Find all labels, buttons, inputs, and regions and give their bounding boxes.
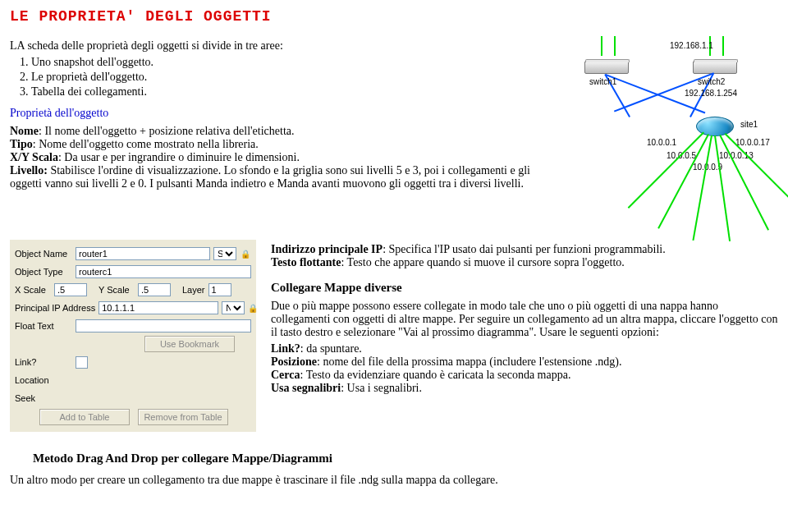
prop-text: : Il nome dell'oggetto + posizione relat… <box>39 125 295 137</box>
form-label: Link? <box>15 357 72 367</box>
switch-label: switch2 <box>698 77 725 86</box>
section-heading: Collegare Mappe diverse <box>271 281 778 295</box>
network-diagram: 192.168.1.1 switch1 switch2 192.168.1.25… <box>565 36 778 225</box>
ip-label: 10.0.0.1 <box>647 138 676 147</box>
prop-text: : Nome dell'oggetto come mostrato nella … <box>33 138 259 150</box>
use-bookmark-button[interactable]: Use Bookmark <box>144 336 235 352</box>
form-label: Object Name <box>15 249 72 259</box>
prop-label: Cerca <box>271 369 300 381</box>
object-name-input[interactable] <box>76 247 210 260</box>
options-block: Link?: da spuntare. Posizione: nome del … <box>271 342 778 395</box>
prop-text: : Testo che appare quando si muove il cu… <box>341 256 624 268</box>
prop-text: Stabilisce l'ordine di visualizzazione. … <box>10 164 530 190</box>
form-label: Layer <box>182 285 205 295</box>
switch-label: switch1 <box>589 77 616 86</box>
add-to-table-button[interactable]: Add to Table <box>39 409 130 425</box>
paragraph: Due o più mappe possono essere collegate… <box>271 300 778 339</box>
prop-label: Indirizzo principale IP <box>271 243 383 255</box>
ip-label: 192.168.1.1 <box>670 41 713 50</box>
ip-label: 192.168.1.254 <box>685 89 737 98</box>
form-label: Y Scale <box>98 285 135 295</box>
ip-label: 10.0.0.17 <box>735 138 770 147</box>
xscale-input[interactable] <box>54 283 87 296</box>
list-item: Tabella dei collegamenti. <box>31 85 557 99</box>
form-label: Seek <box>15 393 72 403</box>
prop-text: : Da usar e per ingrandire o diminuire l… <box>58 151 300 163</box>
prop-text: : nome del file della prossima mappa (in… <box>317 355 621 368</box>
prop-label: Posizione <box>271 355 317 368</box>
yscale-input[interactable] <box>138 283 171 296</box>
prop-text: : Testo da evidenziare quando è caricata… <box>300 369 571 381</box>
lock-icon: 🔒 <box>248 302 258 314</box>
form-label: Principal IP Address <box>15 303 95 313</box>
prop-label: Link? <box>271 342 300 355</box>
prop-text: : Specifica l'IP usato dai pulsanti per … <box>383 243 666 255</box>
form-label: Float Text <box>15 321 72 331</box>
prop-text: : Usa i segnalibri. <box>341 382 422 394</box>
object-type-input[interactable] <box>76 265 251 278</box>
switch-icon <box>693 61 737 74</box>
prop-label: X/Y Scala <box>10 151 58 163</box>
section-heading: Metodo Drag And Drop per collegare Mappe… <box>33 452 778 466</box>
prop-label: Tipo <box>10 138 33 150</box>
form-label: Location <box>15 375 72 385</box>
name-align-select[interactable]: S <box>213 247 236 260</box>
ip-align-select[interactable]: N <box>222 301 245 314</box>
link-checkbox[interactable] <box>76 356 88 369</box>
float-text-input[interactable] <box>76 319 251 332</box>
area-list: Uno snapshot dell'oggetto. Le proprietà … <box>10 56 557 99</box>
site-label: site1 <box>740 120 758 129</box>
prop-label: Nome <box>10 125 39 137</box>
intro-text: LA scheda delle proprietà degli oggetti … <box>10 39 557 53</box>
list-item: Le proprietà dell'oggetto. <box>31 71 557 84</box>
right-column-text: Indirizzo principale IP: Specifica l'IP … <box>271 240 778 432</box>
form-label: Object Type <box>15 267 72 277</box>
object-properties-form: Object Name S 🔒 Object Type X Scale Y Sc… <box>10 240 256 432</box>
list-item: Uno snapshot dell'oggetto. <box>31 56 557 69</box>
layer-input[interactable] <box>208 283 231 296</box>
intro-section: LA scheda delle proprietà degli oggetti … <box>10 36 557 225</box>
prop-label: Usa segnalibri <box>271 382 341 394</box>
paragraph: Un altro modo per creare un collegamento… <box>10 474 778 487</box>
page-title: LE PROPRIETA' DEGLI OGGETTI <box>10 8 778 25</box>
prop-line: Nome: Il nome dell'oggetto + posizione r… <box>10 125 557 190</box>
prop-label: Livello: <box>10 164 48 177</box>
subsection-title: Proprietà dell'oggetto <box>10 107 557 120</box>
principal-ip-input[interactable] <box>98 301 218 314</box>
lock-icon: 🔒 <box>240 248 251 259</box>
remove-from-table-button[interactable]: Remove from Table <box>138 409 228 425</box>
prop-label: Testo flottante <box>271 256 341 268</box>
prop-text: : da spuntare. <box>300 342 362 355</box>
switch-icon <box>584 61 629 74</box>
form-label: X Scale <box>15 285 51 295</box>
